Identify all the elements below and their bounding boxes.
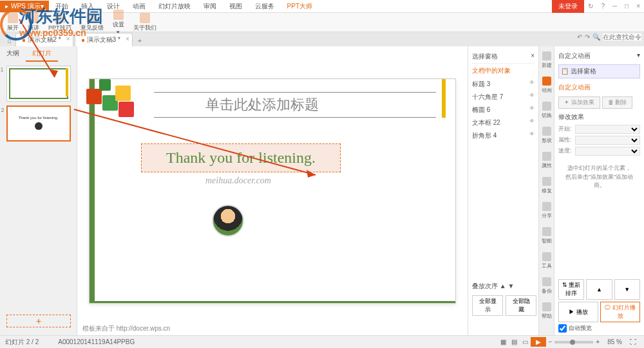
maximize-icon[interactable]: □ — [621, 1, 632, 12]
tab-start[interactable]: 开始 — [49, 0, 75, 13]
tool-new[interactable]: 新建 — [541, 51, 553, 69]
textbox-selected[interactable]: Thank you for listening. — [141, 143, 341, 172]
thank-text: Thank you for listening. — [147, 149, 335, 167]
undo-icon[interactable]: ↶ — [577, 33, 582, 41]
add-doctab-icon[interactable]: + — [134, 35, 146, 46]
ribbon-about[interactable]: 关于我们 — [129, 13, 160, 32]
tab-insert[interactable]: 插入 — [75, 0, 100, 13]
thumb-number: 1 — [1, 66, 4, 73]
zoom-in-icon[interactable]: + — [593, 337, 602, 347]
object-item[interactable]: 十六角星 7 — [472, 91, 535, 104]
object-item[interactable]: 折角形 4 — [472, 129, 535, 142]
doctab-2[interactable]: 演示文稿3 * — [75, 33, 133, 46]
template-source-label: 模板来自于 http://docer.wps.cn — [82, 324, 170, 333]
template-id: A000120141119A14PPBG — [58, 338, 135, 345]
outline-tab[interactable]: 大纲 — [0, 46, 26, 62]
close-pane-icon[interactable]: × — [531, 52, 535, 61]
slideshow-button[interactable]: 🖵 幻灯片播放 — [600, 302, 640, 322]
subtitle-text[interactable]: meihua.docer.com — [205, 176, 271, 186]
thumb-number: 2 — [1, 107, 5, 113]
redo-icon[interactable]: ↷ — [585, 33, 590, 41]
tool-smart[interactable]: 智能 — [541, 227, 553, 244]
objects-section-label: 文档中的对象 — [472, 64, 535, 78]
sorter-view-icon[interactable]: ▤ — [509, 337, 520, 347]
slide-thumb-2[interactable]: 2 Thank you for listening. — [6, 105, 71, 142]
normal-view-icon[interactable]: ▦ — [498, 337, 509, 347]
doctab-1[interactable]: 演示文稿2 * — [15, 33, 73, 46]
object-item[interactable]: 文本框 22 — [472, 116, 535, 129]
close-icon[interactable]: × — [632, 1, 644, 12]
login-button[interactable]: 未登录 — [552, 0, 584, 13]
hide-all-button[interactable]: 全部隐藏 — [506, 295, 536, 316]
tab-animation[interactable]: 动画 — [126, 0, 152, 13]
tab-pptmaster[interactable]: PPT大师 — [281, 0, 319, 13]
play-button[interactable]: ▶ 播放 — [558, 302, 598, 322]
anim-panel-title: 自定义动画 — [558, 51, 591, 60]
ribbon-expand[interactable]: 展开 — [3, 13, 23, 32]
speed-select[interactable] — [575, 147, 640, 156]
select-pane-link[interactable]: 📋 选择窗格 — [558, 64, 640, 78]
object-item[interactable]: 椭圆 6 — [472, 104, 535, 116]
zoom-slider[interactable] — [554, 341, 593, 343]
reorder-button[interactable]: ⇅ 重新排序 — [558, 279, 584, 300]
avatar-icon — [35, 122, 43, 130]
tool-share[interactable]: 分享 — [541, 202, 553, 219]
up-button[interactable]: ▲ — [586, 279, 612, 300]
gift-decoration — [80, 69, 157, 121]
tool-backup[interactable]: 备份 — [541, 277, 553, 295]
reading-view-icon[interactable]: ▭ — [520, 337, 531, 347]
start-select[interactable] — [575, 125, 640, 134]
zoom-out-icon[interactable]: − — [546, 337, 555, 347]
tool-property[interactable]: 属性 — [541, 152, 553, 169]
tool-tools[interactable]: 工具 — [541, 252, 553, 270]
property-select[interactable] — [575, 136, 640, 145]
tab-view[interactable]: 视图 — [223, 0, 249, 13]
search-icon: 🔍 — [592, 33, 600, 41]
menu-tabs: 开始 插入 设计 动画 幻灯片放映 审阅 视图 云服务 PPT大师 — [49, 0, 319, 13]
custom-anim-section: 自定义动画 — [558, 81, 640, 94]
animation-hint: 选中幻灯片的某个元素，然后单击"添加效果"添加动画。 — [558, 158, 640, 197]
sync-icon[interactable]: ↻ — [584, 1, 597, 12]
add-effect-button[interactable]: ✦ 添加效果 — [558, 96, 600, 109]
ribbon-settings[interactable]: 设置▾ — [109, 10, 128, 35]
present-button[interactable]: ▶ — [531, 337, 546, 347]
help-icon[interactable]: ? — [597, 1, 609, 12]
slide-canvas[interactable]: 单击此处添加标题 Thank you for listening. meihua… — [89, 78, 456, 304]
slide-counter: 幻灯片 2 / 2 — [5, 338, 39, 347]
remove-effect-button[interactable]: 🗑 删除 — [602, 96, 633, 109]
slide-accent — [442, 79, 446, 118]
minimize-icon[interactable]: ─ — [609, 1, 621, 12]
select-pane-title: 选择窗格 — [472, 52, 498, 61]
slide-thumb-1[interactable]: 1 — [6, 66, 71, 102]
ribbon-tips[interactable]: PPT技巧 — [44, 13, 75, 32]
tool-shape[interactable]: 形状 — [541, 127, 553, 144]
tool-repair[interactable]: 修复 — [541, 177, 553, 194]
tool-animation[interactable]: 动画 — [541, 77, 553, 94]
stacking-order-label: 叠放次序 ▲ ▼ — [472, 280, 536, 293]
slide-border — [90, 301, 455, 303]
home-tab-icon[interactable]: ⌂ — [3, 35, 15, 46]
tool-transition[interactable]: 切换 — [541, 102, 553, 119]
fit-icon[interactable]: ⛶ — [627, 337, 639, 347]
down-button[interactable]: ▼ — [614, 279, 640, 300]
tab-slideshow[interactable]: 幻灯片放映 — [152, 0, 197, 13]
show-all-button[interactable]: 全部显示 — [472, 295, 503, 316]
object-item[interactable]: 标题 3 — [472, 78, 535, 91]
add-slide-button[interactable]: + — [6, 315, 71, 327]
title-placeholder[interactable]: 单击此处添加标题 — [154, 92, 436, 118]
zoom-level[interactable]: 85 % — [607, 338, 622, 345]
slides-tab[interactable]: 幻灯片 — [26, 46, 58, 62]
autopreview-checkbox[interactable]: 自动预览 — [558, 324, 640, 333]
ribbon-feedback[interactable]: 意见反馈 — [77, 13, 108, 32]
modify-effect-label: 修改效果 — [558, 111, 640, 123]
app-menu-button[interactable]: WPS 演示 ▾ — [0, 1, 49, 12]
tool-help[interactable]: 帮助 — [541, 302, 553, 320]
command-search-input[interactable] — [603, 33, 641, 41]
ribbon-present[interactable]: 演讲 — [24, 13, 43, 32]
avatar-image[interactable] — [212, 205, 244, 237]
tab-cloud[interactable]: 云服务 — [249, 0, 281, 13]
tab-review[interactable]: 审阅 — [197, 0, 223, 13]
